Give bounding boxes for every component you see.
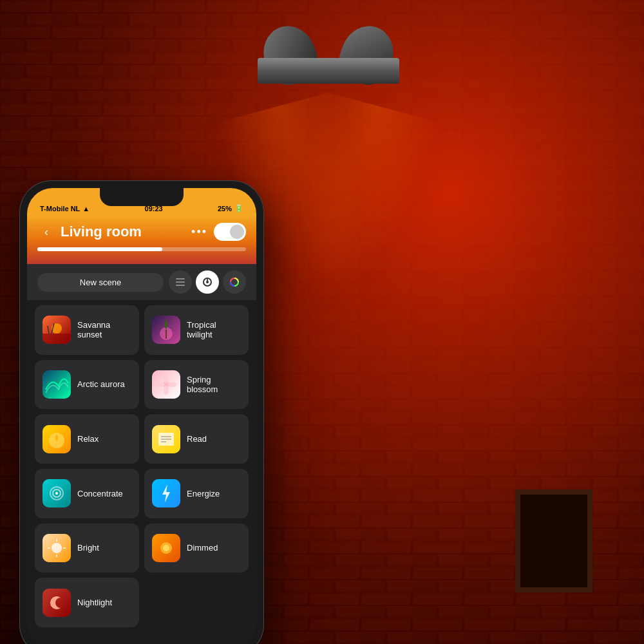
svg-rect-17 — [166, 330, 167, 339]
scene-icon-nightlight — [43, 589, 71, 617]
scene-icon-read — [152, 425, 180, 453]
svg-point-24 — [167, 382, 176, 387]
scene-name-tropical-twilight: Tropical twilight — [187, 320, 241, 339]
scene-name-read: Read — [187, 434, 207, 444]
status-left: T-Mobile NL ▲ — [40, 205, 90, 213]
scene-item-bright[interactable]: Bright — [35, 524, 139, 573]
brightness-slider[interactable] — [37, 247, 246, 251]
scene-item-tropical-twilight[interactable]: Tropical twilight — [144, 305, 249, 355]
scene-item-nightlight[interactable]: Nightlight — [35, 578, 139, 627]
scene-item-energize[interactable]: Energize — [144, 469, 249, 518]
scene-item-concentrate[interactable]: Concentrate — [35, 469, 139, 518]
phone-notch — [100, 188, 184, 206]
scene-name-bright: Bright — [77, 543, 99, 553]
svg-point-21 — [164, 374, 169, 383]
scene-icon-concentrate — [43, 479, 71, 507]
scenes-grid: Savanna sunsetTropical twilightArctic au… — [27, 300, 256, 632]
battery-icon: 🔋 — [234, 204, 243, 213]
svg-point-22 — [164, 386, 169, 395]
back-icon: ‹ — [44, 225, 48, 239]
scene-icon-bright — [43, 534, 71, 562]
scene-name-dimmed: Dimmed — [187, 543, 218, 553]
room-toggle[interactable] — [214, 223, 246, 241]
scene-item-spring-blossom[interactable]: Spring blossom — [144, 360, 249, 410]
scene-item-savanna-sunset[interactable]: Savanna sunset — [35, 305, 139, 355]
svg-point-23 — [156, 382, 165, 387]
room-title: Living room — [61, 223, 191, 240]
svg-rect-6 — [176, 285, 185, 286]
scene-icon-arctic-aurora — [43, 370, 71, 399]
scene-icon-savanna-sunset — [43, 316, 71, 344]
svg-point-45 — [163, 545, 169, 551]
list-view-button[interactable] — [169, 270, 192, 294]
phone-wrapper: T-Mobile NL ▲ 09:23 25% 🔋 ‹ Living room — [19, 180, 264, 644]
palette-view-button[interactable] — [196, 270, 219, 294]
scene-icon-tropical-twilight — [152, 316, 180, 344]
phone-screen: T-Mobile NL ▲ 09:23 25% 🔋 ‹ Living room — [27, 188, 256, 644]
svg-rect-46 — [43, 589, 71, 617]
scene-item-read[interactable]: Read — [144, 414, 249, 464]
svg-rect-4 — [176, 278, 185, 279]
carrier-label: T-Mobile NL — [40, 205, 80, 213]
scene-icon-energize — [152, 479, 180, 507]
palette-icon — [202, 276, 213, 288]
fixture-base — [258, 58, 399, 84]
wall-frame — [515, 489, 592, 592]
app-header: ‹ Living room ••• — [27, 216, 256, 264]
scene-item-dimmed[interactable]: Dimmed — [144, 524, 249, 573]
back-button[interactable]: ‹ — [37, 223, 55, 241]
status-right: 25% 🔋 — [218, 204, 243, 213]
brightness-fill — [37, 247, 162, 251]
scene-item-relax[interactable]: Relax — [35, 414, 139, 464]
color-wheel-icon — [229, 276, 240, 288]
scene-name-concentrate: Concentrate — [77, 489, 123, 498]
more-options-button[interactable]: ••• — [191, 225, 207, 239]
scene-icon-relax — [43, 425, 71, 453]
toolbar-icons — [169, 270, 246, 294]
header-controls: ••• — [191, 223, 246, 241]
scene-name-spring-blossom: Spring blossom — [187, 375, 241, 394]
svg-point-38 — [52, 543, 62, 553]
wifi-icon: ▲ — [82, 205, 90, 213]
scene-name-savanna-sunset: Savanna sunset — [77, 320, 131, 339]
scene-name-relax: Relax — [77, 434, 99, 444]
scene-item-arctic-aurora[interactable]: Arctic aurora — [35, 360, 139, 410]
spotlight-fixture — [245, 26, 412, 109]
header-row: ‹ Living room ••• — [37, 223, 246, 241]
battery-percent: 25% — [218, 205, 232, 213]
new-scene-button[interactable]: New scene — [37, 273, 164, 292]
scene-name-arctic-aurora: Arctic aurora — [77, 379, 125, 389]
scene-name-energize: Energize — [187, 489, 220, 498]
color-wheel-button[interactable] — [223, 270, 246, 294]
scene-name-nightlight: Nightlight — [77, 598, 112, 607]
phone: T-Mobile NL ▲ 09:23 25% 🔋 ‹ Living room — [19, 180, 264, 644]
toolbar: New scene — [27, 264, 256, 300]
list-icon — [175, 276, 186, 288]
svg-rect-12 — [43, 334, 71, 344]
scene-icon-spring-blossom — [152, 370, 180, 399]
svg-point-35 — [55, 492, 58, 495]
scene-icon-dimmed — [152, 534, 180, 562]
svg-rect-5 — [176, 281, 185, 283]
